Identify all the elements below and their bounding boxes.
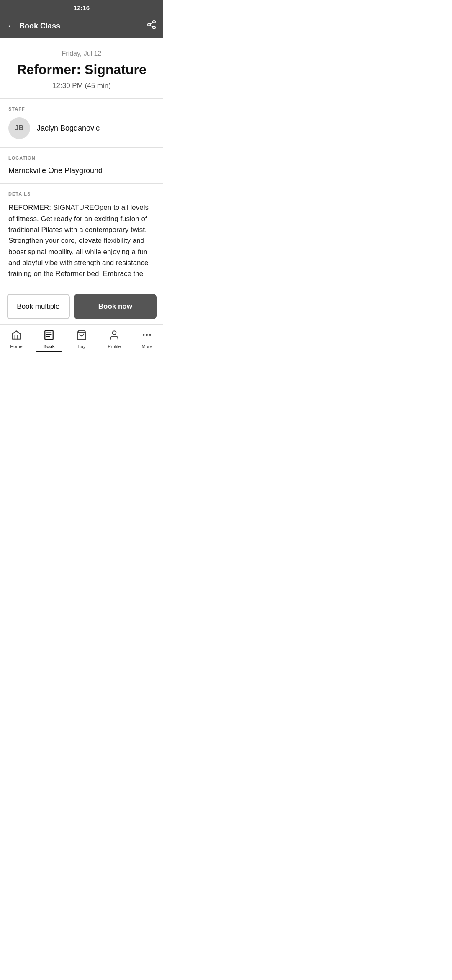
nav-item-book[interactable]: Book bbox=[33, 326, 65, 352]
nav-item-buy[interactable]: Buy bbox=[65, 326, 98, 352]
staff-avatar: JB bbox=[8, 117, 30, 139]
class-info-section: Friday, Jul 12 Reformer: Signature 12:30… bbox=[0, 38, 163, 99]
location-label: LOCATION bbox=[8, 155, 155, 160]
nav-item-more[interactable]: More bbox=[131, 326, 163, 352]
main-content: Friday, Jul 12 Reformer: Signature 12:30… bbox=[0, 38, 163, 320]
details-text: REFORMER: SIGNATUREOpen to all levels of… bbox=[8, 202, 155, 279]
svg-point-12 bbox=[146, 334, 148, 335]
svg-line-3 bbox=[150, 26, 153, 27]
nav-label-profile: Profile bbox=[108, 344, 121, 349]
profile-icon bbox=[109, 330, 120, 342]
buy-icon bbox=[76, 330, 87, 342]
class-name: Reformer: Signature bbox=[8, 62, 155, 77]
home-icon bbox=[11, 330, 22, 342]
svg-point-10 bbox=[113, 331, 116, 335]
book-now-button[interactable]: Book now bbox=[74, 294, 157, 319]
class-time: 12:30 PM (45 min) bbox=[8, 82, 155, 90]
details-section: DETAILS REFORMER: SIGNATUREOpen to all l… bbox=[0, 184, 163, 286]
book-multiple-button[interactable]: Book multiple bbox=[7, 294, 70, 319]
back-button[interactable]: ← Book Class bbox=[7, 21, 60, 31]
staff-row: JB Jaclyn Bogdanovic bbox=[8, 117, 155, 139]
nav-label-buy: Buy bbox=[78, 344, 86, 349]
staff-name: Jaclyn Bogdanovic bbox=[37, 124, 100, 133]
staff-section: STAFF JB Jaclyn Bogdanovic bbox=[0, 99, 163, 148]
book-icon bbox=[44, 330, 54, 342]
status-bar: 12:16 bbox=[0, 0, 163, 15]
staff-label: STAFF bbox=[8, 106, 155, 111]
location-section: LOCATION Marrickville One Playground bbox=[0, 148, 163, 184]
staff-avatar-initials: JB bbox=[15, 124, 24, 132]
details-label: DETAILS bbox=[8, 191, 155, 196]
svg-point-11 bbox=[143, 334, 144, 335]
booking-buttons: Book multiple Book now bbox=[0, 289, 163, 324]
nav-item-profile[interactable]: Profile bbox=[98, 326, 131, 352]
status-time: 12:16 bbox=[74, 4, 90, 11]
nav-item-home[interactable]: Home bbox=[0, 326, 33, 352]
back-arrow-icon: ← bbox=[7, 21, 16, 31]
nav-label-more: More bbox=[141, 344, 152, 349]
header: ← Book Class bbox=[0, 15, 163, 38]
more-icon bbox=[141, 330, 152, 342]
nav-label-book: Book bbox=[43, 344, 55, 349]
location-name: Marrickville One Playground bbox=[8, 166, 155, 175]
svg-line-4 bbox=[150, 23, 153, 24]
bottom-nav: Home Book Buy bbox=[0, 324, 163, 353]
nav-label-home: Home bbox=[10, 344, 22, 349]
share-button[interactable] bbox=[146, 20, 157, 32]
header-title: Book Class bbox=[19, 22, 60, 31]
class-date: Friday, Jul 12 bbox=[8, 50, 155, 57]
svg-point-13 bbox=[149, 334, 151, 335]
